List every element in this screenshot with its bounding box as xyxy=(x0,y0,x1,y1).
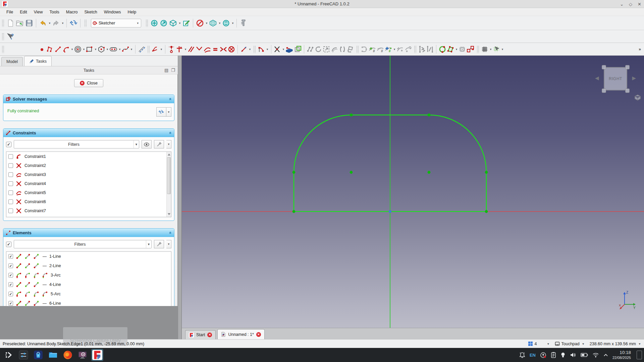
normal-to-sketch-icon[interactable] xyxy=(181,18,191,28)
arc-dropdown[interactable]: ▾ xyxy=(70,48,74,51)
fit-selection-icon[interactable] xyxy=(159,18,168,28)
constraints-filter-combo[interactable]: Filters ▼ xyxy=(14,140,139,148)
trim-edge-icon[interactable] xyxy=(273,44,281,54)
constraint-checkbox[interactable] xyxy=(8,154,13,159)
menu-edit[interactable]: Edit xyxy=(17,9,30,15)
panel-splitter[interactable] xyxy=(178,56,182,339)
create-arc-icon[interactable] xyxy=(62,44,70,54)
element-row[interactable]: ✓—2-Line xyxy=(6,261,171,270)
dimension-icon[interactable] xyxy=(151,44,159,54)
horizontal-vertical-dropdown[interactable]: ▾ xyxy=(184,48,187,51)
sketch-canvas[interactable] xyxy=(182,56,644,328)
toggle-snap-icon[interactable] xyxy=(492,44,500,54)
constraint-checkbox[interactable] xyxy=(8,181,13,186)
discover-icon[interactable] xyxy=(32,349,44,361)
nav-cube-corner[interactable] xyxy=(602,65,606,69)
scroll-down-arrow[interactable] xyxy=(168,213,170,215)
show-hide-constraints-button[interactable] xyxy=(142,140,152,148)
dock-panel-icon[interactable]: ❐ xyxy=(171,68,175,73)
refresh-icon[interactable] xyxy=(69,18,78,28)
firefox-icon[interactable] xyxy=(62,349,74,361)
maximize-button[interactable]: ◇ xyxy=(629,2,632,7)
menu-file[interactable]: File xyxy=(3,9,16,15)
scroll-up-arrow[interactable] xyxy=(168,154,170,156)
constraint-checkbox[interactable] xyxy=(8,190,13,195)
close-task-button[interactable]: ✕ Close xyxy=(74,79,103,87)
menu-windows[interactable]: Windows xyxy=(101,9,124,15)
expand-tray-icon[interactable] xyxy=(603,353,608,357)
redo-dropdown[interactable]: ▾ xyxy=(61,21,64,25)
whats-this-icon[interactable]: ? xyxy=(6,32,15,42)
carbon-copy-icon[interactable] xyxy=(446,44,454,54)
toolbar-drag-handle[interactable] xyxy=(84,19,87,27)
constraint-checkbox[interactable] xyxy=(8,172,13,177)
add-multiplicity-icon[interactable] xyxy=(396,44,404,54)
constraint-row[interactable]: Constraint4 xyxy=(6,179,171,188)
redo-icon[interactable] xyxy=(51,18,61,28)
tab-start[interactable]: Start ✕ xyxy=(185,330,216,339)
constraint-checkbox[interactable] xyxy=(8,208,13,213)
nav-cube-mini-icon[interactable] xyxy=(634,94,641,101)
create-rectangle-icon[interactable] xyxy=(86,44,94,54)
elements-settings-button[interactable] xyxy=(154,240,164,248)
undo-icon[interactable] xyxy=(38,18,48,28)
toolbar-overflow-indicator[interactable]: » xyxy=(639,47,641,52)
create-point-icon[interactable] xyxy=(38,44,46,54)
element-checkbox[interactable]: ✓ xyxy=(8,263,13,268)
create-bspline-icon[interactable] xyxy=(121,44,129,54)
brightness-icon[interactable] xyxy=(560,352,566,358)
offset-icon[interactable] xyxy=(330,44,338,54)
element-checkbox[interactable]: ✓ xyxy=(8,301,13,306)
nav-cube-corner[interactable] xyxy=(602,88,606,93)
fit-all-icon[interactable] xyxy=(150,18,159,28)
elements-filter-checkbox[interactable]: ✓ xyxy=(6,242,11,247)
constraint-checkbox[interactable] xyxy=(8,199,13,204)
rotate-left-arrow[interactable]: ◀ xyxy=(595,75,599,81)
close-tab-icon[interactable]: ✕ xyxy=(256,332,261,337)
scrollbar-thumb[interactable] xyxy=(167,157,171,194)
toolbar-drag-handle[interactable] xyxy=(2,33,4,40)
toolbar-drag-handle[interactable] xyxy=(414,46,416,53)
app-launcher-icon[interactable] xyxy=(3,349,15,361)
menu-tools[interactable]: Tools xyxy=(47,9,62,15)
elements-header[interactable]: Elements « xyxy=(3,229,174,237)
toolbar-drag-handle[interactable] xyxy=(253,46,256,53)
view-dropdown[interactable]: ▾ xyxy=(178,21,181,25)
elements-settings-dropdown[interactable]: ▼ xyxy=(166,240,171,248)
draw-style-icon[interactable] xyxy=(195,18,205,28)
perpendicular-icon[interactable] xyxy=(195,44,203,54)
solver-refresh-dropdown[interactable]: ▼ xyxy=(166,107,171,117)
viewport[interactable]: ◀ ▶ RIGHT Z Y xyxy=(182,56,644,339)
element-checkbox[interactable]: ✓ xyxy=(8,292,13,296)
create-line-icon[interactable] xyxy=(54,44,62,54)
rotate-icon[interactable] xyxy=(314,44,322,54)
horizontal-vertical-icon[interactable] xyxy=(175,44,183,54)
join-curves-icon[interactable] xyxy=(418,44,426,54)
tangent-icon[interactable] xyxy=(203,44,211,54)
constraints-scrollbar[interactable] xyxy=(166,152,171,217)
menu-view[interactable]: View xyxy=(31,9,46,15)
clipping-box-icon[interactable] xyxy=(208,18,218,28)
freecad-taskbar-icon[interactable] xyxy=(91,349,103,361)
element-row[interactable]: ✓—1-Line xyxy=(6,252,171,261)
insert-knot-dropdown[interactable]: ▾ xyxy=(393,48,396,51)
external-geometry-icon[interactable] xyxy=(458,44,466,54)
coincident-icon[interactable] xyxy=(167,44,175,54)
constraint-row-partial[interactable] xyxy=(6,215,171,217)
split-edge-icon[interactable] xyxy=(294,44,302,54)
minimize-button[interactable]: ⌄ xyxy=(620,2,624,7)
dimension-dropdown[interactable]: ▾ xyxy=(160,48,163,51)
nav-cube-face[interactable]: RIGHT xyxy=(604,67,627,90)
spectacle-icon[interactable] xyxy=(76,349,89,361)
constraint-checkbox[interactable] xyxy=(8,163,13,168)
new-document-icon[interactable] xyxy=(6,18,15,28)
collapse-section-icon[interactable]: « xyxy=(168,232,173,234)
angle-icon[interactable] xyxy=(257,44,265,54)
zoom-dropdown[interactable]: ▾ xyxy=(231,21,234,25)
save-document-icon[interactable] xyxy=(24,18,34,28)
volume-icon[interactable] xyxy=(570,352,576,358)
select-elements-icon[interactable] xyxy=(306,44,314,54)
constraints-settings-dropdown[interactable]: ▼ xyxy=(166,140,171,148)
insert-knot-icon[interactable]: # xyxy=(384,44,392,54)
clipping-dropdown[interactable]: ▾ xyxy=(218,21,221,25)
